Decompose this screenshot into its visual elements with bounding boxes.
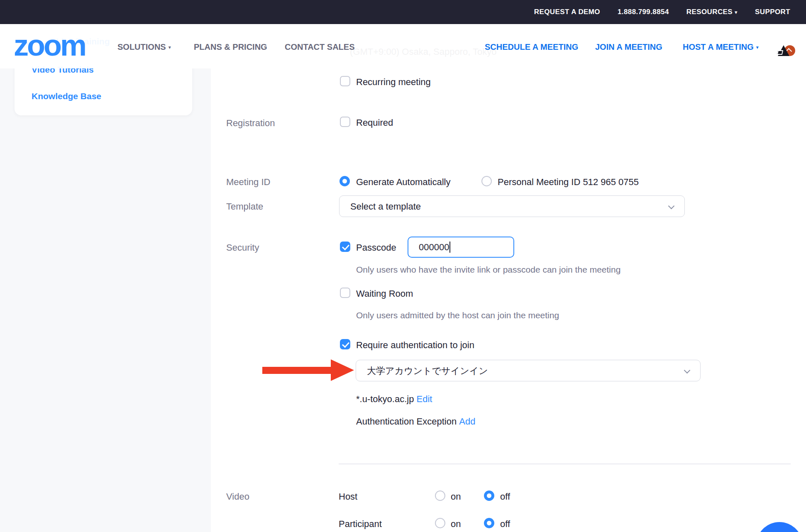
top-utility-bar: REQUEST A DEMO 1.888.799.8854 RESOURCES▾… xyxy=(0,0,806,24)
host-video-off-label: off xyxy=(500,491,510,502)
video-row-label: Video xyxy=(226,491,249,502)
avatar-flag-icon xyxy=(777,50,783,55)
recurring-meeting-checkbox[interactable] xyxy=(340,76,350,86)
participant-video-off-label: off xyxy=(500,519,510,529)
video-host-label: Host xyxy=(339,491,357,502)
nav-contact-sales[interactable]: CONTACT SALES xyxy=(285,41,355,52)
phone-number[interactable]: 1.888.799.8854 xyxy=(618,8,669,16)
host-meeting-label: HOST A MEETING xyxy=(683,42,754,51)
template-row-label: Template xyxy=(226,201,263,212)
host-video-on-radio[interactable] xyxy=(435,491,445,501)
resources-menu[interactable]: RESOURCES▾ xyxy=(686,8,738,16)
chevron-down-icon xyxy=(684,367,691,374)
require-auth-label: Require authentication to join xyxy=(356,340,474,350)
personal-meeting-id-label: Personal Meeting ID 512 965 0755 xyxy=(498,177,639,187)
video-participant-label: Participant xyxy=(339,519,382,529)
registration-required-checkbox[interactable] xyxy=(340,117,350,127)
participant-video-on-label: on xyxy=(451,519,461,529)
auth-domain-edit-link[interactable]: Edit xyxy=(417,394,432,404)
avatar[interactable] xyxy=(776,41,796,57)
waiting-room-checkbox[interactable] xyxy=(340,288,350,298)
resources-label: RESOURCES xyxy=(686,8,733,16)
registration-required-label: Required xyxy=(356,117,393,128)
nav-host-meeting[interactable]: HOST A MEETING▾ xyxy=(683,41,759,53)
nav-solutions[interactable]: SOLUTIONS▾ xyxy=(117,41,171,53)
template-select[interactable]: Select a template xyxy=(339,195,685,217)
passcode-checkbox[interactable] xyxy=(340,242,350,252)
template-select-value: Select a template xyxy=(350,201,421,212)
section-divider xyxy=(339,464,791,464)
passcode-input[interactable]: 000000 xyxy=(408,237,514,258)
registration-row-label: Registration xyxy=(226,118,275,128)
recurring-meeting-label: Recurring meeting xyxy=(356,77,431,87)
auth-method-select[interactable]: 大学アカウントでサインイン xyxy=(356,360,701,381)
generate-automatically-label: Generate Automatically xyxy=(356,177,450,187)
chevron-down-icon xyxy=(668,203,675,210)
auth-exception-add-link[interactable]: Add xyxy=(459,416,475,427)
host-video-off-radio[interactable] xyxy=(484,491,494,501)
nav-join-meeting[interactable]: JOIN A MEETING xyxy=(595,41,662,52)
require-auth-checkbox[interactable] xyxy=(340,339,350,349)
host-video-on-label: on xyxy=(451,491,461,502)
generate-automatically-radio[interactable] xyxy=(339,176,350,186)
text-cursor xyxy=(449,242,450,253)
participant-video-off-radio[interactable] xyxy=(484,518,494,528)
main-navbar: zoom SOLUTIONS▾ PLANS & PRICING CONTACT … xyxy=(0,24,806,68)
meeting-id-row-label: Meeting ID xyxy=(226,177,270,187)
nav-schedule-meeting[interactable]: SCHEDULE A MEETING xyxy=(485,41,578,52)
chevron-down-icon: ▾ xyxy=(735,9,738,15)
solutions-label: SOLUTIONS xyxy=(117,42,166,51)
auth-method-value: 大学アカウントでサインイン xyxy=(367,366,488,376)
request-demo-link[interactable]: REQUEST A DEMO xyxy=(534,8,600,16)
participant-video-on-radio[interactable] xyxy=(435,518,445,528)
passcode-helper-text: Only users who have the invite link or p… xyxy=(356,264,620,275)
chevron-down-icon: ▾ xyxy=(756,44,759,50)
zoom-logo[interactable]: zoom xyxy=(14,32,85,59)
nav-plans-pricing[interactable]: PLANS & PRICING xyxy=(194,41,267,52)
support-link[interactable]: SUPPORT xyxy=(755,8,790,16)
help-button[interactable] xyxy=(756,522,803,532)
security-row-label: Security xyxy=(226,242,259,253)
auth-domain-value: *.u-tokyo.ac.jp xyxy=(356,394,414,404)
passcode-value: 000000 xyxy=(419,242,449,252)
annotation-arrow-icon xyxy=(331,359,354,381)
chevron-down-icon: ▾ xyxy=(169,44,171,50)
auth-domain-row: *.u-tokyo.ac.jp Edit xyxy=(356,394,432,404)
waiting-room-helper-text: Only users admitted by the host can join… xyxy=(356,310,559,320)
sidebar-link-knowledge-base[interactable]: Knowledge Base xyxy=(32,91,101,101)
auth-exception-row: Authentication Exception Add xyxy=(356,416,475,427)
waiting-room-label: Waiting Room xyxy=(356,288,413,299)
annotation-arrow-shaft xyxy=(262,367,332,374)
passcode-label: Passcode xyxy=(356,242,396,253)
personal-meeting-id-radio[interactable] xyxy=(481,176,492,186)
auth-exception-label: Authentication Exception xyxy=(356,416,457,427)
